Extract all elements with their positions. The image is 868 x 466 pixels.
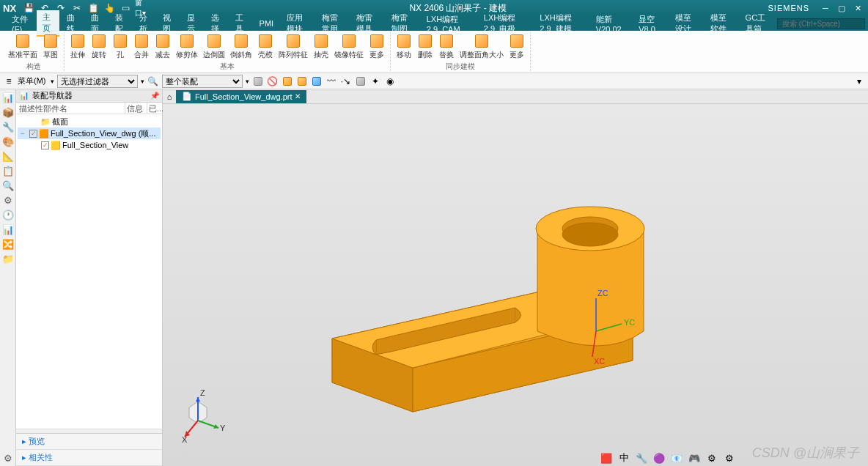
selection-bar: ≡ 菜单(M) ▾ 无选择过滤器 ▾ 🔍 整个装配 ▾ 🚫 〰 ·↘ ✦ ◉ ▾ xyxy=(0,73,868,89)
view-triad[interactable]: Z Y X xyxy=(177,385,236,444)
sel-icon3[interactable] xyxy=(296,75,308,87)
ribbon-group-2: 移动删除替换调整面角大小更多同步建模 xyxy=(391,32,531,71)
ribbon-btn-1-4[interactable]: 减去 xyxy=(152,32,173,61)
taskbar-icon-0[interactable]: 🟥 xyxy=(600,451,613,465)
ribbon-btn-1-11[interactable]: 镜像特征 xyxy=(332,32,366,61)
col-info[interactable]: 信息 xyxy=(125,103,147,114)
menu-0[interactable]: 文件(F) xyxy=(6,12,35,35)
tab-close-icon[interactable]: ✕ xyxy=(295,92,301,100)
navigator-header: 📊 装配导航器 📌 xyxy=(16,89,162,103)
tool1-icon[interactable]: 🎨 xyxy=(1,135,15,148)
ribbon-btn-0-0[interactable]: 基准平面 xyxy=(6,32,40,61)
ribbon-btn-1-5[interactable]: 修剪体 xyxy=(174,32,200,61)
menu-icon[interactable]: ≡ xyxy=(3,75,15,87)
ribbon-btn-1-9[interactable]: 阵列特征 xyxy=(276,32,310,61)
maximize-icon[interactable]: ▢ xyxy=(834,1,849,15)
filter2-select[interactable]: 整个装配 xyxy=(162,75,243,88)
col-name[interactable]: 描述性部件名 xyxy=(16,103,125,114)
menu-15[interactable]: LXH编程2.9_CAM xyxy=(421,12,477,35)
sel-icon2[interactable] xyxy=(282,75,293,87)
ribbon-btn-1-7[interactable]: 倒斜角 xyxy=(228,32,254,61)
taskbar-icon-5[interactable]: 🎮 xyxy=(688,451,701,465)
navigator-columns: 描述性部件名 信息 已... xyxy=(16,103,162,114)
taskbar-icon-2[interactable]: 🔧 xyxy=(635,451,648,465)
part-icon[interactable]: 📦 xyxy=(1,106,15,119)
menu-22[interactable]: GC工具箱 xyxy=(740,11,776,36)
ribbon-btn-1-6[interactable]: 边倒圆 xyxy=(201,32,227,61)
model-render: ZC YC XC xyxy=(163,104,868,466)
tab-label: Full_Section_View_dwg.prt xyxy=(195,92,292,101)
file-icon: 📄 xyxy=(182,92,192,101)
tree-row-1[interactable]: −✓🟧Full_Section_View_dwg (顺... xyxy=(18,127,161,139)
ribbon-btn-2-4[interactable]: 更多 xyxy=(507,32,527,61)
menu-18[interactable]: 能新 V20.02 xyxy=(590,12,631,35)
sel-icon4[interactable] xyxy=(311,75,323,87)
curve-icon[interactable]: 〰 xyxy=(326,75,337,87)
menu-label[interactable]: 菜单(M) xyxy=(18,75,46,86)
ribbon-btn-1-0[interactable]: 拉伸 xyxy=(67,32,88,61)
ribbon-btn-1-12[interactable]: 更多 xyxy=(367,32,387,61)
ribbon-btn-1-8[interactable]: 壳模 xyxy=(255,32,276,61)
block-icon[interactable]: 🚫 xyxy=(267,75,279,87)
search-input[interactable] xyxy=(777,18,865,29)
ribbon-btn-2-1[interactable]: 删除 xyxy=(415,32,435,61)
svg-marker-16 xyxy=(196,397,200,402)
svg-text:X: X xyxy=(182,435,188,444)
tool4-icon[interactable]: 🔍 xyxy=(1,179,15,192)
taskbar-icon-1[interactable]: 中 xyxy=(617,451,630,465)
nav-icon[interactable]: 📊 xyxy=(1,91,15,104)
tool8-icon[interactable]: 📁 xyxy=(1,252,15,265)
menu-10[interactable]: PMI xyxy=(254,18,280,29)
filter-icon[interactable]: 🔍 xyxy=(147,75,159,87)
svg-text:YC: YC xyxy=(624,318,635,327)
ribbon-btn-2-0[interactable]: 移动 xyxy=(394,32,414,61)
menu-21[interactable]: 模至软件 xyxy=(705,11,738,36)
navigator-tree: 📁截面−✓🟧Full_Section_View_dwg (顺...✓🟨Full_… xyxy=(16,114,162,429)
navigator-title: 装配导航器 xyxy=(32,90,73,101)
sel-icon5[interactable] xyxy=(355,75,367,87)
ribbon: 基准平面草图构造拉伸旋转孔合并减去修剪体边倒圆倒斜角壳模阵列特征抽壳镜像特征更多… xyxy=(0,31,868,73)
chevron-down-icon[interactable]: ▾ xyxy=(853,75,865,87)
history-icon[interactable]: 🕐 xyxy=(1,208,15,221)
ribbon-btn-1-10[interactable]: 抽壳 xyxy=(311,32,331,61)
sel-icon7[interactable]: ◉ xyxy=(384,75,396,87)
document-tab[interactable]: 📄 Full_Section_View_dwg.prt ✕ xyxy=(176,90,306,103)
point-icon[interactable]: ·↘ xyxy=(340,75,352,87)
ribbon-btn-2-2[interactable]: 替换 xyxy=(436,32,457,61)
filter1-select[interactable]: 无选择过滤器 xyxy=(57,75,138,88)
sel-icon1[interactable] xyxy=(252,75,264,87)
pin-icon[interactable]: 📌 xyxy=(150,92,159,100)
3d-canvas[interactable]: ZC YC XC Z Y X CSDN @山涧果子 xyxy=(163,104,868,466)
tool7-icon[interactable]: 🔀 xyxy=(1,237,15,251)
svg-text:ZC: ZC xyxy=(597,289,608,297)
taskbar-icon-4[interactable]: 📧 xyxy=(670,451,683,465)
col-loaded[interactable]: 已... xyxy=(147,103,162,114)
tool6-icon[interactable]: 📊 xyxy=(1,223,15,236)
nav-icon: 📊 xyxy=(19,91,29,100)
sel-icon6[interactable]: ✦ xyxy=(369,75,381,87)
ribbon-btn-1-1[interactable]: 旋转 xyxy=(89,32,109,61)
taskbar-icon-7[interactable]: ⚙ xyxy=(723,451,736,465)
svg-point-7 xyxy=(562,223,618,246)
preview-panel[interactable]: ▸ 预览 xyxy=(16,434,162,450)
work-area: 📊 📦 🔧 🎨 📐 📋 🔍 ⚙ 🕐 📊 🔀 📁 ⚙ 📊 装配导航器 📌 描述性部… xyxy=(0,89,868,466)
ribbon-btn-1-2[interactable]: 孔 xyxy=(110,32,130,61)
tool5-icon[interactable]: ⚙ xyxy=(1,193,15,207)
tool3-icon[interactable]: 📋 xyxy=(1,164,15,177)
menu-19[interactable]: 显空 V8.0 xyxy=(633,12,668,35)
home-tab-icon[interactable]: ⌂ xyxy=(163,92,176,101)
close-icon[interactable]: ✕ xyxy=(850,1,865,15)
ribbon-btn-2-3[interactable]: 调整面角大小 xyxy=(457,32,506,61)
tool2-icon[interactable]: 📐 xyxy=(1,149,15,163)
assy-icon[interactable]: 🔧 xyxy=(1,120,15,133)
minimize-icon[interactable]: ─ xyxy=(818,1,833,15)
taskbar-icon-6[interactable]: ⚙ xyxy=(705,451,718,465)
ribbon-btn-1-3[interactable]: 合并 xyxy=(131,32,152,61)
ribbon-btn-0-1[interactable]: 草图 xyxy=(40,32,61,61)
menu-17[interactable]: LXH编程2.9_建模 xyxy=(534,11,588,36)
taskbar-icon-3[interactable]: 🟣 xyxy=(652,451,666,465)
tree-row-2[interactable]: ✓🟨Full_Section_View xyxy=(18,139,161,151)
menu-20[interactable]: 模至设计 xyxy=(669,11,703,36)
tree-row-0[interactable]: 📁截面 xyxy=(18,116,161,127)
svg-text:Y: Y xyxy=(220,424,226,432)
